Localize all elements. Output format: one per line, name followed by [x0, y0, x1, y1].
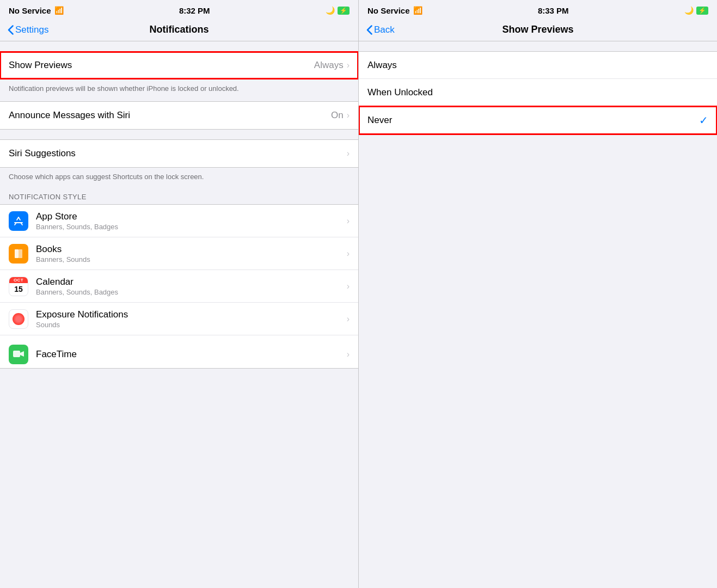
wifi-icon-right: 📶: [413, 6, 422, 15]
status-right-right: 🌙 ⚡: [684, 6, 708, 15]
facetime-info: FaceTime: [36, 349, 347, 360]
books-chevron: ›: [347, 249, 350, 259]
previews-never-label: Never: [367, 115, 699, 126]
notification-style-header: NOTIFICATION STYLE: [0, 189, 358, 204]
left-panel: No Service 📶 8:32 PM 🌙 ⚡ Settings Notifi…: [0, 0, 358, 588]
calendar-chevron: ›: [347, 281, 350, 291]
status-bar-left: No Service 📶 8:32 PM 🌙 ⚡: [0, 0, 358, 20]
status-left-right: No Service 📶: [367, 6, 422, 15]
svg-rect-0: [15, 249, 19, 258]
exposure-subtitle: Sounds: [36, 321, 347, 329]
announce-messages-value: On: [331, 110, 344, 121]
show-previews-row[interactable]: Show Previews Always ›: [0, 52, 358, 79]
announce-messages-row[interactable]: Announce Messages with Siri On ›: [0, 102, 358, 129]
books-name: Books: [36, 244, 347, 255]
facetime-chevron: ›: [347, 350, 350, 359]
list-item[interactable]: Oct 15 Calendar Banners, Sounds, Badges …: [0, 270, 358, 303]
show-previews-label: Show Previews: [9, 60, 314, 71]
back-button-settings[interactable]: Settings: [8, 24, 48, 35]
exposure-name: Exposure Notifications: [36, 309, 347, 320]
announce-messages-card: Announce Messages with Siri On ›: [0, 101, 358, 130]
time-left: 8:32 PM: [179, 6, 210, 15]
previews-always-label: Always: [367, 60, 708, 71]
announce-messages-label: Announce Messages with Siri: [9, 110, 331, 121]
back-label-right: Back: [374, 24, 395, 35]
previews-options-card: Always When Unlocked Never ✓: [359, 51, 717, 135]
list-item[interactable]: FaceTime ›: [0, 335, 358, 368]
status-left: No Service 📶: [9, 6, 64, 15]
svg-rect-2: [13, 351, 20, 357]
appstore-icon: [9, 211, 28, 231]
show-previews-description: Notification previews will be shown whet…: [0, 79, 358, 101]
siri-suggestions-chevron: ›: [347, 149, 350, 158]
right-panel: No Service 📶 8:33 PM 🌙 ⚡ Back Show Previ…: [359, 0, 717, 588]
no-service-left: No Service: [9, 6, 51, 15]
appstore-chevron: ›: [347, 216, 350, 226]
exposure-icon: [9, 309, 28, 329]
nav-bar-left: Settings Notifications: [0, 20, 358, 41]
facetime-name: FaceTime: [36, 349, 347, 360]
books-subtitle: Banners, Sounds: [36, 255, 347, 264]
page-title-show-previews: Show Previews: [502, 24, 573, 35]
page-title-notifications: Notifications: [149, 24, 209, 35]
list-item[interactable]: Exposure Notifications Sounds ›: [0, 303, 358, 335]
appstore-info: App Store Banners, Sounds, Badges: [36, 211, 347, 231]
nav-bar-right: Back Show Previews: [359, 20, 717, 41]
back-label-settings: Settings: [15, 24, 48, 35]
previews-when-unlocked-row[interactable]: When Unlocked: [359, 79, 717, 106]
show-previews-card: Show Previews Always ›: [0, 51, 358, 79]
appstore-name: App Store: [36, 211, 347, 222]
status-right-left: 🌙 ⚡: [326, 6, 350, 15]
list-item[interactable]: App Store Banners, Sounds, Badges ›: [0, 205, 358, 237]
books-icon: [9, 244, 28, 264]
previews-when-unlocked-label: When Unlocked: [367, 87, 708, 98]
siri-suggestions-card: Siri Suggestions ›: [0, 139, 358, 168]
announce-messages-chevron: ›: [347, 111, 350, 120]
books-info: Books Banners, Sounds: [36, 244, 347, 264]
siri-suggestions-label: Siri Suggestions: [9, 148, 347, 159]
facetime-app-icon: [9, 345, 28, 364]
previews-never-checkmark: ✓: [699, 114, 708, 127]
battery-left: ⚡: [338, 7, 350, 15]
calendar-subtitle: Banners, Sounds, Badges: [36, 288, 347, 296]
right-content: Always When Unlocked Never ✓: [359, 41, 717, 588]
appstore-subtitle: Banners, Sounds, Badges: [36, 223, 347, 231]
no-service-right: No Service: [367, 6, 410, 15]
list-item[interactable]: Books Banners, Sounds ›: [0, 237, 358, 270]
svg-rect-1: [19, 249, 22, 258]
calendar-icon: Oct 15: [9, 277, 28, 296]
back-button-right[interactable]: Back: [366, 24, 395, 35]
exposure-info: Exposure Notifications Sounds: [36, 309, 347, 329]
siri-suggestions-row[interactable]: Siri Suggestions ›: [0, 140, 358, 167]
calendar-name: Calendar: [36, 277, 347, 287]
battery-right: ⚡: [696, 7, 708, 15]
moon-icon-left: 🌙: [326, 6, 335, 15]
wifi-icon-left: 📶: [54, 6, 64, 15]
moon-icon-right: 🌙: [684, 6, 694, 15]
previews-never-row[interactable]: Never ✓: [359, 106, 717, 134]
show-previews-value: Always: [314, 60, 344, 71]
status-bar-right: No Service 📶 8:33 PM 🌙 ⚡: [359, 0, 717, 20]
left-content: Show Previews Always › Notification prev…: [0, 41, 358, 588]
show-previews-chevron: ›: [347, 60, 350, 70]
app-list: App Store Banners, Sounds, Badges › Book…: [0, 204, 358, 369]
exposure-chevron: ›: [347, 314, 350, 324]
time-right: 8:33 PM: [538, 6, 569, 15]
calendar-info: Calendar Banners, Sounds, Badges: [36, 277, 347, 296]
siri-suggestions-description: Choose which apps can suggest Shortcuts …: [0, 168, 358, 189]
previews-always-row[interactable]: Always: [359, 52, 717, 79]
